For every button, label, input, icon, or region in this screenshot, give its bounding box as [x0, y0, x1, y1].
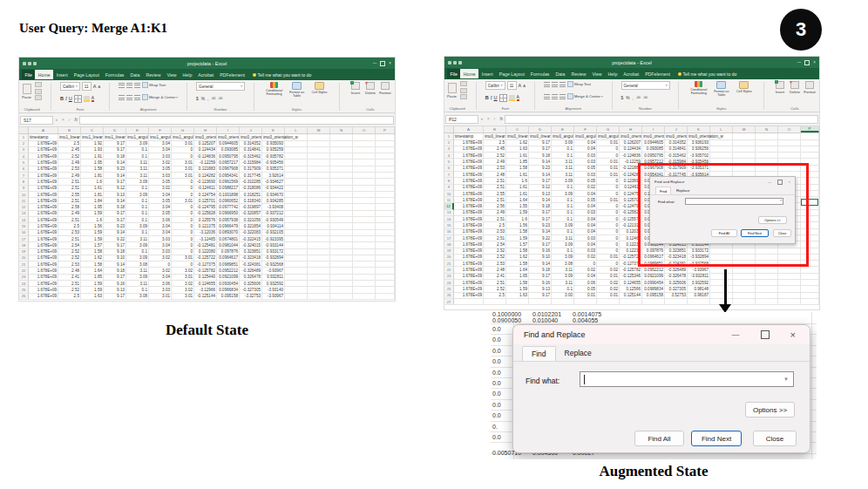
- maximize-icon[interactable]: [761, 330, 770, 339]
- cell[interactable]: [353, 217, 376, 223]
- cell[interactable]: -0.315462: [240, 153, 262, 160]
- cell[interactable]: [308, 204, 330, 210]
- cell[interactable]: 3.04: [149, 204, 172, 210]
- tab-help[interactable]: Help: [180, 70, 195, 79]
- cell[interactable]: 9.23: [104, 166, 126, 173]
- cell[interactable]: 3.11: [552, 159, 574, 165]
- cell[interactable]: [330, 230, 353, 236]
- cell[interactable]: 1.678E+09: [29, 223, 58, 229]
- cell[interactable]: 3.11: [126, 281, 149, 287]
- cell[interactable]: 0.125701: [194, 198, 217, 204]
- cell[interactable]: 0.0990454: [642, 280, 665, 286]
- cell[interactable]: [285, 268, 308, 274]
- cell[interactable]: 1.65: [506, 274, 529, 280]
- cell[interactable]: 2.51: [484, 216, 506, 222]
- cell[interactable]: 0.093085: [642, 146, 665, 153]
- column-header-D[interactable]: D: [529, 126, 552, 132]
- cell[interactable]: 0.1: [552, 229, 574, 235]
- cell[interactable]: 3.11: [552, 267, 574, 273]
- cell[interactable]: 0.125144: [620, 293, 642, 299]
- cell[interactable]: [376, 236, 395, 242]
- cell[interactable]: 1.64: [81, 268, 104, 274]
- cell[interactable]: 1.59: [81, 230, 104, 236]
- cell[interactable]: [308, 141, 330, 147]
- cell[interactable]: 0.05: [574, 166, 597, 172]
- cell[interactable]: 0.0944605: [217, 141, 240, 147]
- styles-button-2[interactable]: Format as Table: [286, 82, 308, 98]
- font-color-icon[interactable]: A: [92, 96, 94, 102]
- underline-button[interactable]: U: [494, 95, 498, 100]
- cell[interactable]: 1.678E+09: [454, 286, 484, 292]
- close-icon[interactable]: ×: [813, 60, 816, 65]
- cell[interactable]: 1.85: [81, 275, 104, 281]
- cell[interactable]: 0: [172, 204, 194, 210]
- cell[interactable]: 9.23: [529, 166, 552, 172]
- cell[interactable]: [285, 179, 308, 185]
- row-header-14[interactable]: 14: [444, 216, 454, 222]
- cell[interactable]: 0.125576: [194, 217, 217, 223]
- cell[interactable]: 2.51: [58, 236, 81, 242]
- name-box-dropdown-icon[interactable]: ▾: [478, 118, 485, 121]
- undo-icon[interactable]: [28, 62, 31, 65]
- cell[interactable]: 0.01: [597, 197, 620, 203]
- cell[interactable]: [801, 133, 819, 140]
- cell[interactable]: 3.01: [172, 166, 194, 173]
- cell[interactable]: [574, 299, 597, 305]
- tab-page-layout[interactable]: Page Layout: [496, 69, 527, 78]
- borders-icon[interactable]: [74, 95, 82, 103]
- cell[interactable]: 1.58: [506, 261, 529, 267]
- find-all-button[interactable]: Find All: [634, 431, 684, 446]
- cell[interactable]: 1.678E+09: [454, 216, 484, 222]
- cell[interactable]: 0.1: [552, 146, 574, 153]
- cell[interactable]: 3.02: [149, 160, 172, 166]
- cell[interactable]: [308, 179, 330, 185]
- cell[interactable]: [710, 153, 733, 159]
- cell[interactable]: [330, 211, 353, 217]
- row-header-20[interactable]: 20: [19, 255, 29, 261]
- cell[interactable]: 3.02: [172, 287, 194, 293]
- column-header-J[interactable]: J: [240, 127, 262, 133]
- column-header-B[interactable]: B: [58, 127, 81, 133]
- options-button[interactable]: Options >>: [745, 402, 795, 418]
- tab-replace[interactable]: Replace: [556, 346, 600, 361]
- cell[interactable]: [376, 204, 395, 210]
- cell[interactable]: -0.930549: [262, 217, 285, 223]
- cell[interactable]: timestamp: [454, 133, 484, 140]
- cell[interactable]: [376, 255, 395, 261]
- cell[interactable]: 1.95: [81, 160, 104, 166]
- cell[interactable]: 9.14: [529, 172, 552, 178]
- wrap-text-button[interactable]: Wrap Text: [142, 82, 166, 88]
- cell[interactable]: 2.49: [58, 173, 81, 179]
- cell[interactable]: 0: [597, 146, 620, 153]
- cell[interactable]: 3.11: [552, 280, 574, 286]
- cell[interactable]: 0.0964617: [217, 255, 240, 261]
- cell[interactable]: 1.678E+09: [454, 166, 484, 172]
- cell[interactable]: 9.17: [104, 179, 126, 185]
- cell[interactable]: [376, 134, 395, 141]
- cell[interactable]: 1.678E+09: [29, 147, 58, 153]
- undo-icon[interactable]: [453, 61, 457, 65]
- cell[interactable]: 0.1: [126, 153, 149, 160]
- column-header-F[interactable]: F: [574, 126, 597, 132]
- cell[interactable]: imu0_orient: [194, 134, 217, 141]
- cell[interactable]: -0.125144: [194, 294, 217, 300]
- cell[interactable]: 3.11: [552, 235, 574, 241]
- column-header-N[interactable]: N: [756, 126, 778, 132]
- cell[interactable]: 0.1: [552, 216, 574, 222]
- cell[interactable]: imu0_orientation_w: [688, 133, 710, 140]
- cell[interactable]: 2.5: [484, 293, 506, 299]
- cell[interactable]: 0.0954341: [217, 173, 240, 179]
- cell[interactable]: [285, 236, 308, 242]
- cell[interactable]: [801, 146, 819, 153]
- cell[interactable]: 3.11: [126, 173, 149, 179]
- column-header-I[interactable]: I: [217, 127, 240, 133]
- tab-file[interactable]: File: [447, 69, 460, 78]
- cell[interactable]: -3.12465: [194, 236, 217, 242]
- cell[interactable]: 0.0960652: [217, 198, 240, 204]
- tab-review[interactable]: Review: [568, 69, 589, 78]
- align-middle-icon[interactable]: [126, 83, 132, 88]
- cell[interactable]: 0.01: [597, 274, 620, 280]
- cell[interactable]: 0.935371: [262, 166, 285, 173]
- cell[interactable]: 3.01: [172, 294, 194, 300]
- row-header-7[interactable]: 7: [19, 173, 29, 179]
